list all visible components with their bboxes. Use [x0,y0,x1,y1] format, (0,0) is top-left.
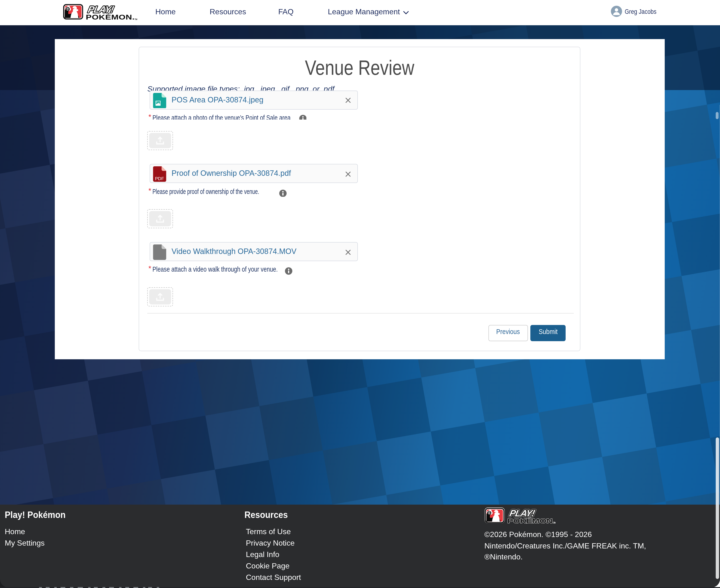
svg-text:PLAY!: PLAY! [508,508,536,519]
svg-text:PDF: PDF [155,176,164,181]
svg-text:PLAY!: PLAY! [87,4,114,15]
svg-text:POKÉMON.: POKÉMON. [507,517,555,524]
svg-text:POKÉMON.: POKÉMON. [86,13,134,20]
svg-text:TM: TM [134,18,137,20]
svg-text:TM: TM [553,522,556,524]
